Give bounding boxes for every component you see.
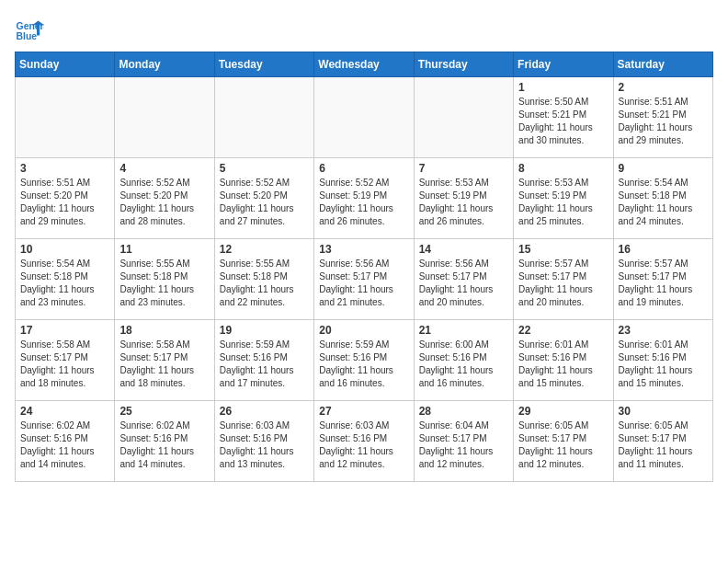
calendar-cell: 15Sunrise: 5:57 AM Sunset: 5:17 PM Dayli… xyxy=(514,239,613,320)
day-number: 13 xyxy=(319,243,408,256)
calendar-cell: 13Sunrise: 5:56 AM Sunset: 5:17 PM Dayli… xyxy=(314,239,414,320)
day-info: Sunrise: 5:53 AM Sunset: 5:19 PM Dayligh… xyxy=(518,177,608,228)
day-number: 15 xyxy=(518,243,608,256)
calendar-cell: 30Sunrise: 6:05 AM Sunset: 5:17 PM Dayli… xyxy=(613,401,712,482)
day-info: Sunrise: 5:50 AM Sunset: 5:21 PM Dayligh… xyxy=(518,96,608,147)
day-info: Sunrise: 5:51 AM Sunset: 5:20 PM Dayligh… xyxy=(20,177,109,228)
day-info: Sunrise: 6:01 AM Sunset: 5:16 PM Dayligh… xyxy=(518,339,608,390)
calendar-cell: 10Sunrise: 5:54 AM Sunset: 5:18 PM Dayli… xyxy=(16,239,115,320)
page-header: General Blue xyxy=(15,15,713,44)
calendar-cell: 17Sunrise: 5:58 AM Sunset: 5:17 PM Dayli… xyxy=(16,320,115,401)
day-number: 18 xyxy=(119,324,209,337)
day-number: 27 xyxy=(319,405,408,418)
col-header-sunday: Sunday xyxy=(16,52,115,77)
day-info: Sunrise: 5:57 AM Sunset: 5:17 PM Dayligh… xyxy=(619,258,708,309)
col-header-wednesday: Wednesday xyxy=(314,52,414,77)
calendar-cell: 11Sunrise: 5:55 AM Sunset: 5:18 PM Dayli… xyxy=(115,239,214,320)
col-header-saturday: Saturday xyxy=(613,52,712,77)
day-info: Sunrise: 5:55 AM Sunset: 5:18 PM Dayligh… xyxy=(220,258,309,309)
calendar-cell: 27Sunrise: 6:03 AM Sunset: 5:16 PM Dayli… xyxy=(314,401,414,482)
day-info: Sunrise: 6:05 AM Sunset: 5:17 PM Dayligh… xyxy=(619,419,708,471)
day-number: 21 xyxy=(419,324,508,337)
day-info: Sunrise: 5:58 AM Sunset: 5:17 PM Dayligh… xyxy=(20,339,109,390)
calendar-cell: 4Sunrise: 5:52 AM Sunset: 5:20 PM Daylig… xyxy=(115,158,214,239)
calendar-cell: 29Sunrise: 6:05 AM Sunset: 5:17 PM Dayli… xyxy=(514,401,613,482)
calendar-cell: 18Sunrise: 5:58 AM Sunset: 5:17 PM Dayli… xyxy=(115,320,214,401)
day-number: 1 xyxy=(518,81,608,94)
calendar-cell: 14Sunrise: 5:56 AM Sunset: 5:17 PM Dayli… xyxy=(414,239,513,320)
svg-text:Blue: Blue xyxy=(17,31,38,41)
day-info: Sunrise: 5:54 AM Sunset: 5:18 PM Dayligh… xyxy=(619,177,708,228)
day-info: Sunrise: 5:56 AM Sunset: 5:17 PM Dayligh… xyxy=(419,258,508,309)
week-row-4: 17Sunrise: 5:58 AM Sunset: 5:17 PM Dayli… xyxy=(16,320,713,401)
day-number: 5 xyxy=(220,162,309,175)
day-number: 17 xyxy=(20,324,109,337)
day-number: 28 xyxy=(419,405,508,418)
col-header-monday: Monday xyxy=(115,52,214,77)
calendar-cell: 6Sunrise: 5:52 AM Sunset: 5:19 PM Daylig… xyxy=(314,158,414,239)
calendar-cell: 22Sunrise: 6:01 AM Sunset: 5:16 PM Dayli… xyxy=(514,320,613,401)
day-info: Sunrise: 5:54 AM Sunset: 5:18 PM Dayligh… xyxy=(20,258,109,309)
day-number: 10 xyxy=(20,243,109,256)
col-header-friday: Friday xyxy=(514,52,613,77)
week-row-3: 10Sunrise: 5:54 AM Sunset: 5:18 PM Dayli… xyxy=(16,239,713,320)
calendar-cell: 23Sunrise: 6:01 AM Sunset: 5:16 PM Dayli… xyxy=(613,320,712,401)
calendar-cell xyxy=(115,77,214,158)
day-number: 6 xyxy=(319,162,408,175)
calendar-cell xyxy=(214,77,313,158)
calendar-cell: 26Sunrise: 6:03 AM Sunset: 5:16 PM Dayli… xyxy=(214,401,313,482)
day-number: 25 xyxy=(119,405,209,418)
day-number: 20 xyxy=(319,324,408,337)
day-info: Sunrise: 6:02 AM Sunset: 5:16 PM Dayligh… xyxy=(20,419,109,471)
day-info: Sunrise: 6:05 AM Sunset: 5:17 PM Dayligh… xyxy=(518,419,608,471)
day-number: 4 xyxy=(119,162,209,175)
day-info: Sunrise: 5:59 AM Sunset: 5:16 PM Dayligh… xyxy=(220,339,309,390)
day-number: 8 xyxy=(518,162,608,175)
week-row-2: 3Sunrise: 5:51 AM Sunset: 5:20 PM Daylig… xyxy=(16,158,713,239)
calendar-cell: 3Sunrise: 5:51 AM Sunset: 5:20 PM Daylig… xyxy=(16,158,115,239)
day-number: 22 xyxy=(518,324,608,337)
day-number: 19 xyxy=(220,324,309,337)
day-info: Sunrise: 5:58 AM Sunset: 5:17 PM Dayligh… xyxy=(119,339,209,390)
day-info: Sunrise: 5:52 AM Sunset: 5:19 PM Dayligh… xyxy=(319,177,408,228)
calendar-cell: 28Sunrise: 6:04 AM Sunset: 5:17 PM Dayli… xyxy=(414,401,513,482)
day-number: 3 xyxy=(20,162,109,175)
day-info: Sunrise: 5:55 AM Sunset: 5:18 PM Dayligh… xyxy=(119,258,209,309)
day-info: Sunrise: 5:51 AM Sunset: 5:21 PM Dayligh… xyxy=(619,96,708,147)
day-number: 12 xyxy=(220,243,309,256)
col-header-thursday: Thursday xyxy=(414,52,513,77)
calendar-cell: 25Sunrise: 6:02 AM Sunset: 5:16 PM Dayli… xyxy=(115,401,214,482)
day-number: 24 xyxy=(20,405,109,418)
day-number: 26 xyxy=(220,405,309,418)
day-info: Sunrise: 5:52 AM Sunset: 5:20 PM Dayligh… xyxy=(119,177,209,228)
day-number: 11 xyxy=(119,243,209,256)
calendar-cell: 16Sunrise: 5:57 AM Sunset: 5:17 PM Dayli… xyxy=(613,239,712,320)
calendar-cell: 24Sunrise: 6:02 AM Sunset: 5:16 PM Dayli… xyxy=(16,401,115,482)
day-number: 9 xyxy=(619,162,708,175)
week-row-5: 24Sunrise: 6:02 AM Sunset: 5:16 PM Dayli… xyxy=(16,401,713,482)
day-info: Sunrise: 6:01 AM Sunset: 5:16 PM Dayligh… xyxy=(619,339,708,390)
day-info: Sunrise: 6:04 AM Sunset: 5:17 PM Dayligh… xyxy=(419,419,508,471)
day-info: Sunrise: 5:52 AM Sunset: 5:20 PM Dayligh… xyxy=(220,177,309,228)
day-number: 23 xyxy=(619,324,708,337)
col-header-tuesday: Tuesday xyxy=(214,52,313,77)
calendar-cell: 12Sunrise: 5:55 AM Sunset: 5:18 PM Dayli… xyxy=(214,239,313,320)
calendar-cell: 9Sunrise: 5:54 AM Sunset: 5:18 PM Daylig… xyxy=(613,158,712,239)
calendar-cell: 20Sunrise: 5:59 AM Sunset: 5:16 PM Dayli… xyxy=(314,320,414,401)
day-info: Sunrise: 6:03 AM Sunset: 5:16 PM Dayligh… xyxy=(220,419,309,471)
day-number: 2 xyxy=(619,81,708,94)
calendar-header-row: SundayMondayTuesdayWednesdayThursdayFrid… xyxy=(16,52,713,77)
calendar-cell xyxy=(16,77,115,158)
day-number: 14 xyxy=(419,243,508,256)
calendar-cell: 2Sunrise: 5:51 AM Sunset: 5:21 PM Daylig… xyxy=(613,77,712,158)
day-number: 16 xyxy=(619,243,708,256)
day-info: Sunrise: 5:57 AM Sunset: 5:17 PM Dayligh… xyxy=(518,258,608,309)
day-info: Sunrise: 6:03 AM Sunset: 5:16 PM Dayligh… xyxy=(319,419,408,471)
day-info: Sunrise: 6:00 AM Sunset: 5:16 PM Dayligh… xyxy=(419,339,508,390)
day-number: 7 xyxy=(419,162,508,175)
calendar-cell: 19Sunrise: 5:59 AM Sunset: 5:16 PM Dayli… xyxy=(214,320,313,401)
logo: General Blue xyxy=(15,15,44,44)
day-number: 30 xyxy=(619,405,708,418)
day-info: Sunrise: 5:59 AM Sunset: 5:16 PM Dayligh… xyxy=(319,339,408,390)
calendar-cell: 7Sunrise: 5:53 AM Sunset: 5:19 PM Daylig… xyxy=(414,158,513,239)
